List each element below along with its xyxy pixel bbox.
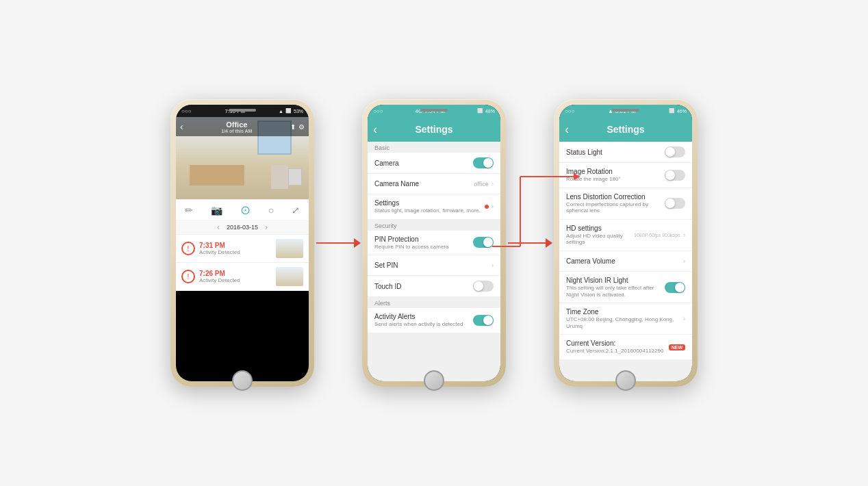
pin-toggle-switch[interactable] — [473, 237, 494, 248]
arrow1 — [316, 238, 361, 248]
video-control[interactable]: 📷 — [211, 205, 222, 216]
settings-icon[interactable]: ⚙ — [298, 123, 305, 131]
camera-volume-chevron: › — [683, 257, 685, 265]
night-vision-label: Night Vision IR Light — [566, 277, 665, 284]
lens-distortion-label: Lens Distortion Correction — [566, 193, 665, 201]
edit-control[interactable]: ✏ — [185, 205, 193, 216]
camera-toggle-label: Camera — [374, 159, 473, 167]
activity-thumb-2 — [276, 267, 303, 286]
current-version-info: Current Version: Current Version:2.1.1_2… — [566, 340, 669, 355]
phone1-speaker — [229, 109, 256, 112]
phone2-section-alerts: Alerts — [368, 297, 500, 308]
camera-name-value: office — [474, 181, 488, 188]
camera-back-btn[interactable]: ‹ — [180, 121, 183, 132]
arrow1-line — [316, 242, 354, 244]
touchid-info: Touch ID — [374, 283, 473, 290]
night-vision-toggle[interactable] — [665, 282, 685, 293]
set-pin-chevron: › — [492, 261, 494, 269]
pin-toggle-sub: Require PIN to access camera — [374, 244, 473, 251]
set-pin-info: Set PIN — [374, 261, 492, 269]
phone2-back-btn[interactable]: ‹ — [373, 123, 377, 137]
phone2-carrier: ○○○ — [373, 108, 383, 114]
activity-time-2: 7:26 PM — [199, 270, 272, 277]
phone3-night-vision[interactable]: Night Vision IR Light This setting will … — [559, 272, 692, 303]
image-rotation-toggle[interactable] — [665, 170, 685, 181]
expand-control[interactable]: ⤢ — [292, 205, 300, 216]
phone3-content: Status Light Image Rotation Rotate the i… — [559, 142, 692, 381]
activity-alerts-toggle[interactable] — [473, 315, 494, 326]
phone3-back-btn[interactable]: ‹ — [565, 123, 569, 137]
camera-title-block: Office 1/4 of this AM — [221, 120, 252, 133]
phone2-screen: ○○○ 4G 7:54 PM ⬜ 48% ‹ Settings — [368, 105, 500, 381]
camera-volume-label: Camera Volume — [566, 257, 683, 265]
phone2-battery-icon: ⬜ — [477, 108, 483, 114]
mic-control[interactable]: ⊙ — [240, 203, 251, 218]
phone3-hd-settings[interactable]: HD settings Adjust HD video quality sett… — [559, 220, 692, 251]
touchid-toggle-switch[interactable] — [473, 281, 494, 292]
phone3-right-status: ⬜ 46% — [669, 108, 687, 114]
timezone-info: Time Zone UTC+08:00 Beijing, Chongging, … — [566, 308, 683, 329]
timezone-sub: UTC+08:00 Beijing, Chongging, Hong Kong,… — [566, 316, 683, 329]
phone2-touchid[interactable]: Touch ID — [368, 276, 500, 297]
room-desk — [190, 165, 244, 186]
phone3-image-rotation[interactable]: Image Rotation Rotate the image 180° — [559, 163, 692, 188]
photo-control[interactable]: ○ — [268, 205, 274, 216]
status-light-toggle[interactable] — [665, 146, 685, 157]
phone3-timezone[interactable]: Time Zone UTC+08:00 Beijing, Chongging, … — [559, 303, 692, 335]
pin-toggle-info: PIN Protection Require PIN to access cam… — [374, 235, 473, 251]
lens-distortion-toggle[interactable] — [665, 198, 685, 209]
phone2-camera-name[interactable]: Camera Name office › — [368, 174, 500, 194]
phone3-home-btn[interactable] — [615, 370, 636, 391]
arrow2-head — [546, 238, 552, 248]
phone2-section-security: Security — [368, 220, 500, 231]
phone1-status-icons: ▲ ⬜ 53% — [279, 108, 303, 114]
status-light-info: Status Light — [566, 149, 665, 156]
arrow2-line — [508, 242, 546, 244]
phone2-activity-alerts[interactable]: Activity Alerts Send alerts when activit… — [368, 308, 500, 333]
phone1-home-btn[interactable] — [232, 370, 253, 391]
night-vision-sub: This setting will only take effect after… — [566, 285, 665, 298]
phone1: ○○○ 7:33 PM ▲ ⬜ 53% — [170, 99, 314, 387]
phone1-screen: ○○○ 7:33 PM ▲ ⬜ 53% — [176, 105, 309, 381]
phone3-lens-distortion[interactable]: Lens Distortion Correction Correct imper… — [559, 188, 692, 220]
thumb-room-1 — [276, 239, 303, 258]
phone2-right-status: ⬜ 48% — [477, 108, 495, 114]
share-icon[interactable]: ⬆ — [290, 123, 296, 131]
phone2-title: Settings — [415, 124, 452, 135]
phone2-home-btn[interactable] — [424, 370, 444, 391]
battery-icon: ⬜ — [285, 108, 292, 114]
phone3-screen: ○○○ ▲ 8:01 PM ⬜ 46% ‹ Settings — [559, 105, 692, 381]
activity-label-1: Activity Detected — [199, 249, 272, 255]
camera-title: Office — [226, 120, 247, 129]
activity-info-1: 7:31 PM Activity Detected — [199, 242, 272, 255]
activity-item-1[interactable]: ! 7:31 PM Activity Detected — [176, 235, 309, 263]
camera-header: ‹ Office 1/4 of this AM ⬆ ⚙ — [176, 117, 309, 136]
phone2-camera-toggle[interactable]: Camera — [368, 153, 500, 174]
activity-item-2[interactable]: ! 7:26 PM Activity Detected — [176, 263, 309, 291]
phone3-camera-volume[interactable]: Camera Volume › — [559, 251, 692, 272]
activity-alerts-info: Activity Alerts Send alerts when activit… — [374, 313, 473, 328]
phone2-settings-item[interactable]: Settings Status light, image rotation, f… — [368, 194, 500, 220]
date-next[interactable]: › — [265, 222, 268, 232]
phone3-current-version: Current Version: Current Version:2.1.1_2… — [559, 335, 692, 360]
settings-item-info: Settings Status light, image rotation, f… — [374, 199, 485, 214]
phone3-title: Settings — [607, 124, 644, 135]
activity-thumb-1 — [276, 239, 303, 258]
phones-row: ○○○ 7:33 PM ▲ ⬜ 53% — [170, 99, 698, 387]
phone3-battery: 46% — [677, 109, 687, 114]
date-bar: ‹ 2016-03-15 › — [176, 220, 309, 235]
phone3-wrapper: ○○○ ▲ 8:01 PM ⬜ 46% ‹ Settings — [554, 99, 698, 387]
set-pin-label: Set PIN — [374, 261, 492, 269]
phone3-status-light[interactable]: Status Light — [559, 142, 692, 163]
touchid-label: Touch ID — [374, 283, 473, 290]
timezone-chevron: › — [683, 315, 685, 322]
date-prev[interactable]: ‹ — [217, 222, 220, 232]
phone2-pin-toggle[interactable]: PIN Protection Require PIN to access cam… — [368, 231, 500, 256]
settings-item-label: Settings — [374, 199, 485, 207]
camera-toggle-switch[interactable] — [473, 157, 494, 168]
phone2-set-pin[interactable]: Set PIN › — [368, 255, 500, 276]
settings-chevron: › — [492, 203, 494, 210]
current-version-sub: Current Version:2.1.1_20160004112290 — [566, 348, 669, 355]
camera-header-right: ⬆ ⚙ — [290, 123, 305, 131]
lens-distortion-sub: Correct imperfections captured by spheri… — [566, 201, 665, 214]
